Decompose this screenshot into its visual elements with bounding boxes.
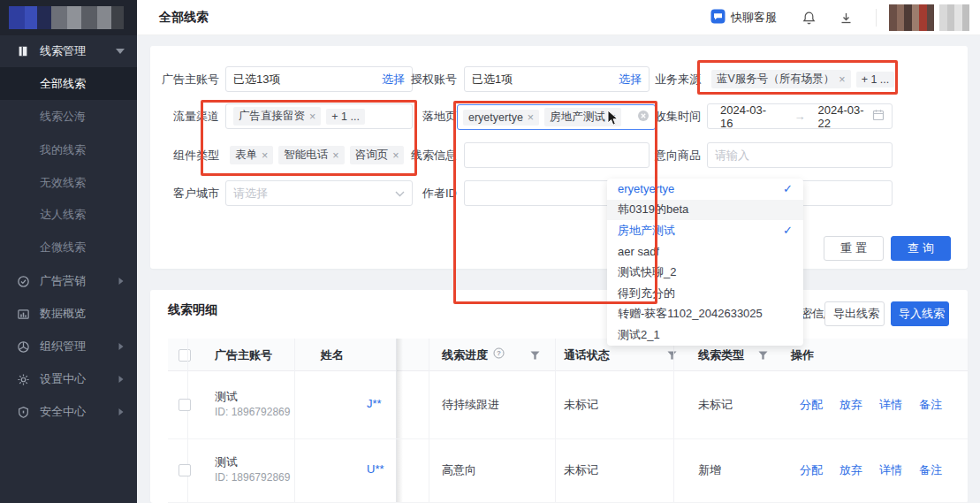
- divider: [876, 9, 877, 27]
- sidebar-item-org-management[interactable]: 组织管理: [0, 336, 137, 357]
- assign-link[interactable]: 分配: [800, 462, 823, 478]
- account-id: ID: 1896792869: [215, 405, 290, 419]
- sidebar-item-lead-pool[interactable]: 线索公海: [0, 105, 137, 128]
- lead-progress: 高意向: [442, 462, 476, 478]
- table-header: 广告主账号 姓名 线索进度 ? 通话状态 线索类型 操作: [168, 339, 968, 371]
- column-header-account: 广告主账号: [215, 339, 272, 371]
- authorized-account-select[interactable]: 已选1项 选择: [464, 66, 650, 92]
- abandon-link[interactable]: 放弃: [839, 397, 862, 413]
- search-button[interactable]: 查询: [891, 236, 951, 261]
- traffic-channel-tag: 广告直接留资×: [233, 107, 321, 126]
- remove-tag-icon[interactable]: ×: [332, 149, 338, 162]
- question-circle-icon[interactable]: ?: [493, 339, 505, 371]
- sidebar-item-talent-leads[interactable]: 达人线索: [0, 203, 137, 226]
- account-name: 测试: [215, 454, 290, 470]
- end-date[interactable]: 2024-03-22: [818, 103, 873, 130]
- lead-name[interactable]: J**: [367, 397, 382, 410]
- filter-funnel-icon[interactable]: [530, 339, 540, 371]
- range-arrow-icon: →: [794, 110, 806, 123]
- check-icon: ✓: [783, 182, 793, 195]
- column-header-call-status: 通话状态: [564, 339, 610, 371]
- chat-icon: [710, 9, 726, 27]
- column-header-progress: 线索进度 ?: [442, 339, 505, 371]
- abandon-link[interactable]: 放弃: [839, 462, 862, 478]
- remark-link[interactable]: 备注: [919, 397, 942, 413]
- call-status: 未标记: [564, 462, 598, 478]
- dropdown-option[interactable]: 测试快聊_2: [607, 262, 803, 283]
- clear-icon[interactable]: [637, 110, 650, 125]
- bar-chart-icon: [16, 307, 30, 321]
- dropdown-option[interactable]: 测试2_1: [607, 324, 803, 346]
- leads-title: 线索明细: [168, 302, 217, 318]
- svg-text:?: ?: [497, 349, 501, 357]
- sidebar-item-invalid-leads[interactable]: 无效线索: [0, 171, 137, 194]
- chevron-right-icon: [118, 373, 125, 386]
- details-link[interactable]: 详情: [879, 462, 902, 478]
- reset-button[interactable]: 重置: [824, 236, 884, 261]
- book-icon: [16, 44, 30, 58]
- import-leads-button[interactable]: 导入线索: [891, 301, 949, 326]
- export-leads-button[interactable]: 导出线索: [824, 301, 885, 326]
- sidebar-item-wecom-leads[interactable]: 企微线索: [0, 236, 137, 259]
- mouse-cursor: [607, 110, 619, 129]
- traffic-channel-label: 流量渠道: [157, 103, 219, 129]
- page-title: 全部线索: [159, 10, 209, 26]
- remove-tag-icon[interactable]: ×: [262, 149, 268, 162]
- lead-info-input[interactable]: [464, 142, 650, 168]
- sidebar-item-settings-center[interactable]: 设置中心: [0, 369, 137, 390]
- sidebar-item-ad-marketing[interactable]: 广告营销: [0, 271, 137, 292]
- chevron-right-icon: [118, 406, 125, 419]
- table-row[interactable]: 测试 ID: 1896792869 U** 高意向 未标记 新增 分配 放弃 详…: [168, 439, 968, 503]
- business-source-tag: 蓝V服务号（所有场景）×: [711, 70, 851, 88]
- support-chat-button[interactable]: 快聊客服: [710, 9, 777, 27]
- intent-product-input[interactable]: 请输入: [707, 142, 893, 168]
- component-type-tag: 表单×: [230, 146, 273, 164]
- dropdown-option[interactable]: 房地产测试✓: [607, 220, 803, 241]
- dropdown-option[interactable]: 得到充分的: [607, 283, 803, 304]
- traffic-channel-more-tag: + 1 ...: [326, 109, 365, 125]
- chevron-down-icon: [116, 49, 125, 54]
- chevron-right-icon: [118, 275, 125, 288]
- lead-progress: 待持续跟进: [442, 397, 499, 413]
- dropdown-option[interactable]: 韩0319的beta: [607, 200, 803, 221]
- collect-time-range-picker[interactable]: 2024-03-16 → 2024-03-22: [707, 103, 893, 129]
- lead-name[interactable]: U**: [367, 462, 384, 476]
- sidebar-item-lead-management[interactable]: 线索管理: [0, 41, 137, 62]
- start-date[interactable]: 2024-03-16: [720, 103, 775, 130]
- select-all-checkbox[interactable]: [179, 349, 191, 362]
- business-source-select[interactable]: 蓝V服务号（所有场景）× + 1 ...: [707, 66, 893, 92]
- lead-type: 未标记: [698, 397, 733, 413]
- row-checkbox[interactable]: [179, 399, 191, 411]
- details-link[interactable]: 详情: [879, 397, 902, 413]
- sidebar-item-data-overview[interactable]: 数据概览: [0, 303, 137, 324]
- sidebar-item-security-center[interactable]: 安全中心: [0, 401, 137, 423]
- row-checkbox[interactable]: [179, 464, 191, 476]
- landing-page-dropdown: eryetyertye✓ 韩0319的beta 房地产测试✓ aer sadf …: [607, 179, 803, 346]
- topbar: 全部线索 快聊客服: [137, 0, 980, 35]
- component-type-label: 组件类型: [157, 142, 219, 168]
- authorized-account-label: 授权账号: [362, 66, 457, 92]
- remove-tag-icon[interactable]: ×: [839, 73, 845, 86]
- compass-icon: [16, 274, 30, 288]
- notification-bell-icon[interactable]: [801, 11, 817, 26]
- remove-tag-icon[interactable]: ×: [309, 111, 315, 123]
- remark-link[interactable]: 备注: [919, 462, 942, 478]
- app-root: 线索管理 全部线索 线索公海 我的线索 无效线索 达人线索 企微线索 广告营销 …: [0, 0, 980, 503]
- sidebar-item-my-leads[interactable]: 我的线索: [0, 139, 137, 162]
- dropdown-option[interactable]: 转赠-获客1102_2042633025: [607, 304, 803, 325]
- sidebar-item-all-leads[interactable]: 全部线索: [0, 67, 137, 100]
- table-row[interactable]: 测试 ID: 1896792869 J** 待持续跟进 未标记 未标记 分配 放…: [168, 371, 968, 439]
- check-icon: ✓: [783, 224, 793, 237]
- org-icon: [16, 339, 30, 354]
- landing-page-select[interactable]: eryetyertye× 房地产测试×: [457, 104, 656, 130]
- dropdown-option[interactable]: aer sadf: [607, 241, 803, 263]
- business-source-label: 业务来源: [632, 66, 701, 92]
- filter-panel: 广告主账号 已选13项 选择 授权账号 已选1项 选择 业务来源 蓝V服务号（所…: [150, 46, 968, 269]
- avatar[interactable]: [889, 4, 969, 31]
- remove-tag-icon[interactable]: ×: [528, 111, 534, 124]
- lead-type: 新增: [698, 462, 721, 478]
- download-icon[interactable]: [839, 11, 853, 25]
- intent-product-label: 意向商品: [632, 142, 701, 168]
- assign-link[interactable]: 分配: [800, 397, 823, 413]
- dropdown-option[interactable]: eryetyertye✓: [607, 179, 803, 200]
